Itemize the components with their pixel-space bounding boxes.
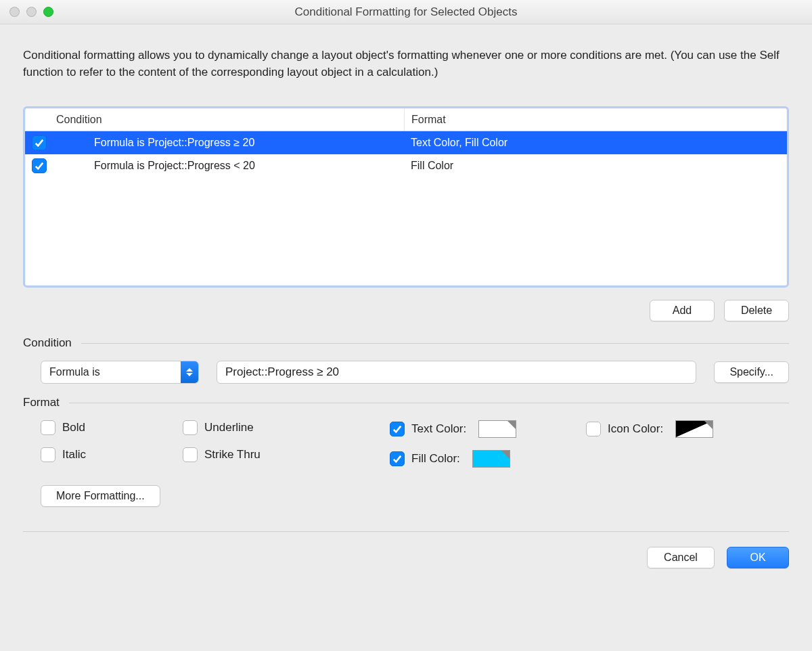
- strike-label: Strike Thru: [204, 448, 261, 462]
- more-formatting-button[interactable]: More Formatting...: [41, 485, 160, 507]
- row-condition-text: Formula is Project::Progress ≥ 20: [53, 137, 404, 149]
- add-button[interactable]: Add: [650, 300, 715, 321]
- col-header-condition[interactable]: Condition: [53, 114, 404, 126]
- ok-button[interactable]: OK: [727, 547, 789, 568]
- dialog-content: Conditional formatting allows you to dyn…: [0, 24, 812, 586]
- row-enable-checkbox[interactable]: [32, 158, 47, 173]
- title-bar: Conditional Formatting for Selected Obje…: [0, 0, 812, 24]
- format-section-label: Format: [23, 396, 789, 409]
- bold-label: Bold: [62, 421, 85, 434]
- condition-row[interactable]: Formula is Project::Progress ≥ 20 Text C…: [25, 131, 787, 154]
- condition-row[interactable]: Formula is Project::Progress < 20 Fill C…: [25, 154, 787, 177]
- dialog-window: Conditional Formatting for Selected Obje…: [0, 0, 812, 586]
- condition-section-label: Condition: [23, 336, 789, 350]
- select-stepper-icon: [181, 361, 198, 383]
- list-header: Condition Format: [25, 108, 787, 131]
- icon-color-label: Icon Color:: [608, 422, 663, 436]
- icon-color-checkbox[interactable]: Icon Color:: [586, 422, 663, 436]
- fill-color-swatch[interactable]: [472, 450, 510, 468]
- formula-field[interactable]: Project::Progress ≥ 20: [217, 361, 696, 384]
- condition-type-value: Formula is: [41, 366, 181, 378]
- cancel-button[interactable]: Cancel: [647, 547, 715, 568]
- fill-color-checkbox[interactable]: Fill Color:: [390, 451, 460, 466]
- row-format-text: Text Color, Fill Color: [404, 137, 787, 149]
- window-title: Conditional Formatting for Selected Obje…: [0, 5, 812, 19]
- bold-checkbox[interactable]: Bold: [41, 420, 176, 435]
- intro-text: Conditional formatting allows you to dyn…: [23, 47, 789, 81]
- condition-section-text: Condition: [23, 336, 72, 350]
- italic-checkbox[interactable]: Italic: [41, 447, 176, 462]
- row-enable-checkbox[interactable]: [32, 135, 47, 150]
- underline-checkbox[interactable]: Underline: [183, 420, 383, 435]
- text-color-label: Text Color:: [411, 422, 466, 436]
- text-color-checkbox[interactable]: Text Color:: [390, 422, 466, 436]
- formula-value: Project::Progress ≥ 20: [225, 365, 339, 379]
- format-section-text: Format: [23, 396, 60, 409]
- row-condition-text: Formula is Project::Progress < 20: [53, 160, 404, 172]
- icon-color-swatch[interactable]: [675, 420, 713, 438]
- delete-button[interactable]: Delete: [724, 300, 789, 321]
- underline-label: Underline: [204, 421, 254, 434]
- row-format-text: Fill Color: [404, 160, 787, 172]
- italic-label: Italic: [62, 448, 86, 462]
- specify-button[interactable]: Specify...: [714, 361, 789, 383]
- col-header-format[interactable]: Format: [404, 108, 787, 131]
- conditions-list[interactable]: Condition Format Formula is Project::Pro…: [23, 106, 789, 288]
- strike-checkbox[interactable]: Strike Thru: [183, 447, 383, 462]
- condition-type-select[interactable]: Formula is: [41, 361, 199, 384]
- fill-color-label: Fill Color:: [411, 452, 460, 466]
- text-color-swatch[interactable]: [478, 420, 516, 438]
